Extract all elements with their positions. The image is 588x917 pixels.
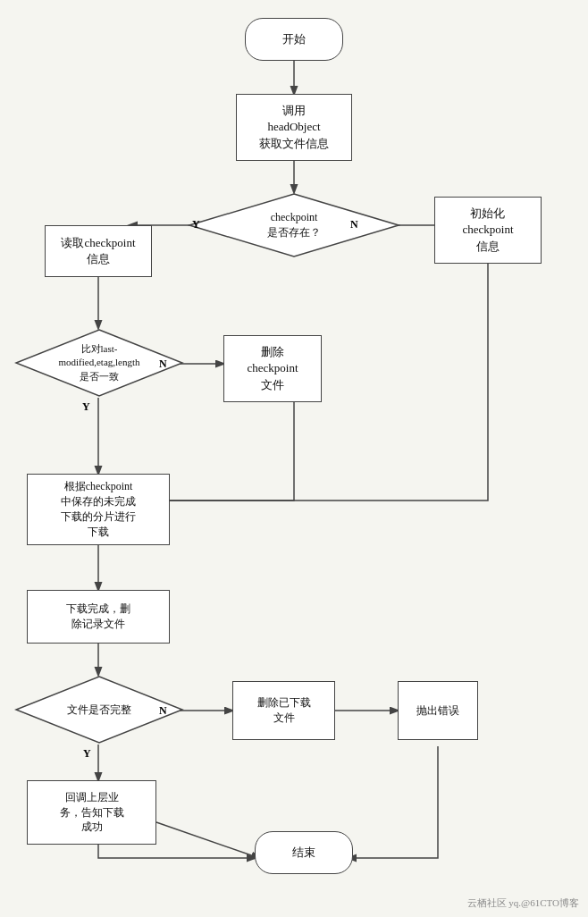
file-complete-y-label: Y: [83, 747, 91, 761]
callback-node: 回调上层业 务，告知下载 成功: [27, 780, 156, 845]
file-complete-n-label: N: [159, 704, 167, 718]
watermark: 云栖社区 yq.@61CTO博客: [467, 896, 579, 910]
compare-y-label: Y: [82, 400, 90, 414]
flowchart-diagram: 开始 调用 headObject 获取文件信息 checkpoint 是否存在？…: [0, 0, 588, 917]
head-object-node: 调用 headObject 获取文件信息: [236, 94, 352, 161]
init-checkpoint-node: 初始化 checkpoint 信息: [434, 197, 542, 264]
download-parts-node: 根据checkpoint 中保存的未完成 下载的分片进行 下载: [27, 474, 170, 545]
download-complete-node: 下载完成，删 除记录文件: [27, 590, 170, 644]
throw-error-node: 抛出错误: [398, 681, 478, 740]
delete-downloaded-node: 删除已下载 文件: [232, 681, 335, 740]
delete-checkpoint-node: 删除 checkpoint 文件: [223, 335, 322, 402]
read-checkpoint-node: 读取checkpoint 信息: [45, 225, 152, 277]
svg-line-12: [156, 822, 259, 858]
checkpoint-exists-node: checkpoint 是否存在？: [188, 192, 400, 258]
end-node: 结束: [255, 831, 353, 874]
checkpoint-n-label: N: [350, 218, 358, 231]
start-node: 开始: [245, 18, 343, 61]
compare-n-label: N: [159, 358, 167, 371]
checkpoint-y-label: Y: [192, 218, 200, 231]
